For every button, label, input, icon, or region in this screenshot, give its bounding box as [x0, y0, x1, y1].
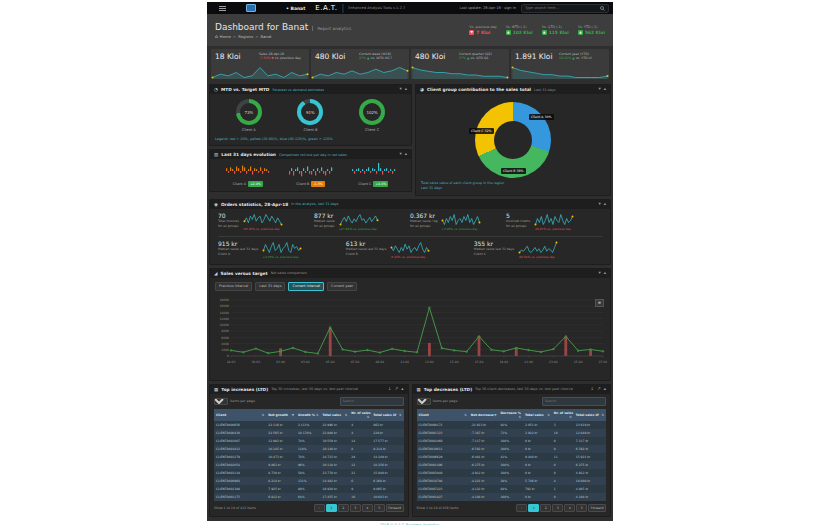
table-cell: -6.481 kr — [469, 453, 499, 461]
column-header[interactable]: Decrease %⇅ — [498, 409, 523, 421]
sort-icon[interactable]: ⇅ — [262, 413, 265, 417]
mtd-gauge[interactable]: 91%Client B — [297, 99, 323, 132]
sort-desc-icon[interactable]: ▼ — [494, 413, 496, 417]
interval-button[interactable]: Current interval — [288, 282, 324, 291]
pagination-page[interactable]: 1 — [326, 504, 337, 512]
sort-desc-icon[interactable]: ▼ — [292, 413, 294, 417]
client-group-donut-chart: Client A 30% Client B 38% Client C 32% — [475, 102, 551, 178]
table-panel: ▦Top increases (LTD)Top 30 increases, la… — [209, 384, 409, 517]
column-header[interactable]: Total sales LY⇅ — [371, 409, 403, 421]
svg-text:0: 0 — [227, 354, 229, 358]
table-cell: 229 kr — [371, 429, 403, 437]
table-cell: 23.619 kr — [574, 421, 606, 429]
interval-button[interactable]: Previous interval — [215, 282, 252, 291]
sort-icon[interactable]: ⇅ — [569, 415, 572, 419]
collapse-icon[interactable]: ▴ — [401, 387, 403, 392]
collapse-icon[interactable]: ▴ — [604, 271, 606, 276]
pagination-prev[interactable]: « — [516, 504, 527, 512]
collapse-icon[interactable]: ▴ — [604, 387, 606, 392]
pagination-page[interactable]: 1 — [528, 504, 539, 512]
search-icon[interactable] — [600, 6, 605, 11]
pagination-next[interactable]: Forward — [588, 504, 606, 512]
evolution-label: Client B-1.3% — [296, 181, 324, 187]
table-cell: 15.040 kr — [371, 469, 403, 477]
page-size-select[interactable]: 10 — [417, 398, 431, 405]
column-header[interactable]: Net growth▼ — [266, 409, 296, 421]
caret-down-icon[interactable]: ▾ — [598, 271, 600, 276]
column-header[interactable]: Nr. of sales⇅ — [349, 409, 371, 421]
sort-icon[interactable]: ⇅ — [519, 415, 522, 419]
sort-icon[interactable]: ⇅ — [547, 413, 550, 417]
column-header[interactable]: Total sales⇅ — [321, 409, 350, 421]
chart-export-menu-icon[interactable]: ≡ — [595, 299, 604, 307]
column-header[interactable]: Total sales LY⇅ — [574, 409, 606, 421]
pagination-page[interactable]: 3 — [350, 504, 361, 512]
pagination-page[interactable]: 4 — [564, 504, 575, 512]
download-icon[interactable]: ↓ — [388, 387, 392, 392]
breadcrumb-link[interactable]: Home — [220, 34, 231, 39]
pagination-page[interactable]: 5 — [576, 504, 587, 512]
sort-icon[interactable]: ⇅ — [345, 413, 348, 417]
kpi-delta-value: 18.26% ▲ — [559, 56, 575, 60]
sort-icon[interactable]: ⇅ — [367, 415, 370, 419]
breadcrumb-link[interactable]: Banat — [260, 34, 271, 39]
table-search-input[interactable] — [340, 397, 404, 406]
svg-text:17-04: 17-04 — [475, 360, 484, 364]
table-cell: 14 — [349, 437, 371, 445]
collapse-icon[interactable]: ▴ — [604, 87, 606, 92]
app-logo-icon[interactable] — [246, 4, 256, 12]
sort-icon[interactable]: ⇅ — [399, 413, 402, 417]
table-controls: 10items per page — [210, 394, 408, 408]
pagination-page[interactable]: 4 — [362, 504, 373, 512]
pagination-page[interactable]: 5 — [374, 504, 385, 512]
svg-text:28-03: 28-03 — [227, 360, 236, 364]
sort-icon[interactable]: ⇅ — [464, 413, 467, 417]
interval-button[interactable]: Current year — [327, 282, 357, 291]
pagination-next[interactable]: Forward — [386, 504, 404, 512]
evolution-badge: -1.3% — [311, 181, 324, 187]
table-cell: 8.730 kr — [266, 469, 296, 477]
order-stat-sparkline: +27.84% vs. previous day — [339, 213, 379, 231]
menu-icon[interactable] — [219, 6, 226, 11]
collapse-icon[interactable]: ▴ — [604, 202, 606, 207]
column-header[interactable]: Client⇅ — [214, 409, 266, 421]
sort-icon[interactable]: ⇅ — [316, 413, 319, 417]
table-cell: CLIENT0007223 — [417, 485, 469, 493]
pagination-page[interactable]: 3 — [552, 504, 563, 512]
mtd-gauge[interactable]: 73%Client A — [236, 99, 262, 132]
sort-icon[interactable]: ⇅ — [601, 413, 604, 417]
caret-down-icon[interactable]: ▾ — [399, 152, 401, 157]
page-size-select[interactable]: 10 — [214, 398, 228, 405]
column-header[interactable]: Total sales⇅ — [523, 409, 552, 421]
column-header[interactable]: Net decrease▼ — [469, 409, 499, 421]
table-cell: CLIENT0002054 — [214, 461, 266, 469]
search-input[interactable] — [525, 6, 600, 10]
breadcrumb-link[interactable]: Regions — [238, 34, 253, 39]
interval-button[interactable]: Last 31 days — [255, 282, 285, 291]
table-controls: 10items per page — [413, 394, 611, 408]
down-arrow-icon: ▼ — [469, 30, 474, 35]
caret-down-icon[interactable]: ▾ — [399, 87, 401, 92]
header-stat-label: Vs. previous day — [469, 25, 496, 29]
expand-icon[interactable]: ↗ — [597, 387, 601, 392]
caret-down-icon[interactable]: ▾ — [598, 202, 600, 207]
column-header[interactable]: Client⇅ — [417, 409, 469, 421]
mtd-gauge[interactable]: 102%Client C — [359, 99, 385, 132]
collapse-icon[interactable]: ▴ — [405, 87, 407, 92]
gauge-label: Client A — [242, 128, 256, 132]
expand-icon[interactable]: ↗ — [394, 387, 398, 392]
column-header[interactable]: Growth %⇅ — [296, 409, 321, 421]
pie-chart-icon: ◕ — [420, 87, 424, 92]
table-search-input[interactable] — [542, 397, 606, 406]
pagination-page[interactable]: 2 — [338, 504, 349, 512]
table-cell: CLIENT0001175 — [214, 493, 266, 501]
pagination-prev[interactable]: « — [314, 504, 325, 512]
pagination-page[interactable]: 2 — [540, 504, 551, 512]
evolution-label: Client A+2.4% — [233, 181, 263, 187]
kpi-delta-suffix: vs. YTD LY — [575, 56, 592, 60]
table-cell: -6.275 kr — [469, 461, 499, 469]
column-header[interactable]: Nr. of sales⇅ — [552, 409, 574, 421]
download-icon[interactable]: ↓ — [590, 387, 594, 392]
caret-down-icon[interactable]: ▾ — [598, 87, 600, 92]
collapse-icon[interactable]: ▴ — [405, 152, 407, 157]
